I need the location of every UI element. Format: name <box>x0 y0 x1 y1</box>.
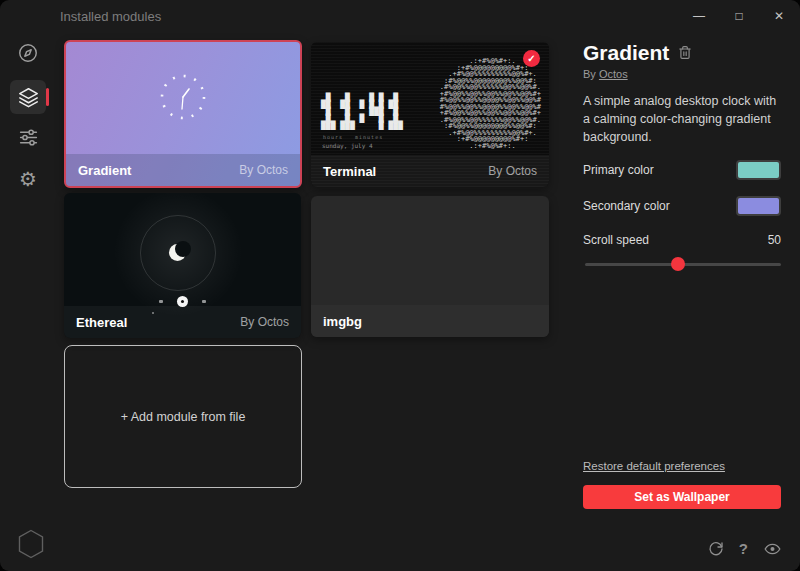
details-panel: Gradient By Octos A simple analog deskto… <box>583 40 781 271</box>
details-title: Gradient <box>583 40 669 65</box>
card-label-bar: Terminal By Octos <box>311 155 549 187</box>
add-module-button[interactable]: + Add module from file <box>64 345 302 488</box>
set-wallpaper-button[interactable]: Set as Wallpaper <box>583 485 781 509</box>
sliders-icon <box>18 127 39 148</box>
ascii-globe-art: .:+#%@%#+:. :+#%@@@@@@@@@%#+: .+#%@@%%%%… <box>436 58 541 149</box>
scroll-speed-value: 50 <box>768 233 781 247</box>
card-title: Ethereal <box>76 315 127 330</box>
card-label-bar: Gradient By Octos <box>66 154 300 186</box>
app-window: Installed modules — □ ✕ ⚙ <box>0 0 800 571</box>
card-title: Gradient <box>78 163 131 178</box>
prev-dot-icon <box>159 300 163 303</box>
eye-icon[interactable] <box>763 541 782 557</box>
footer-toolbar: ? <box>708 540 782 558</box>
scroll-speed-label: Scroll speed <box>583 233 649 247</box>
module-description: A simple analog desktop clock with a cal… <box>583 93 781 146</box>
page-title: Installed modules <box>60 9 161 24</box>
ascii-clock-caption: hours minutes <box>323 134 383 140</box>
byline-prefix: By <box>583 68 599 80</box>
byline: By Octos <box>583 68 781 80</box>
primary-color-label: Primary color <box>583 163 654 177</box>
sidebar-item-discover[interactable] <box>10 36 46 70</box>
secondary-color-label: Secondary color <box>583 199 670 213</box>
analog-clock-icon <box>157 71 209 123</box>
ascii-clock: █ █ █ █ █ ██ ██ █ █ █ ██ █ █ ███ █ █ █ █… <box>321 94 403 129</box>
card-title: imgbg <box>323 314 362 329</box>
scroll-speed-slider[interactable] <box>583 257 781 271</box>
module-card-gradient[interactable]: Gradient By Octos <box>64 40 302 188</box>
layers-icon <box>18 87 39 108</box>
trash-icon[interactable] <box>678 45 692 60</box>
ascii-clock-date: sunday, july 4 <box>322 142 373 149</box>
card-label-bar: imgbg <box>311 305 549 337</box>
close-button[interactable]: ✕ <box>772 9 786 23</box>
restore-defaults-link[interactable]: Restore default preferences <box>583 460 725 472</box>
card-author: By Octos <box>240 315 289 329</box>
card-author: By Octos <box>239 163 288 177</box>
author-link[interactable]: Octos <box>599 68 628 80</box>
add-module-label: + Add module from file <box>121 410 246 424</box>
next-dot-icon <box>202 300 206 303</box>
secondary-color-row: Secondary color <box>583 194 781 218</box>
sidebar-item-module-controls[interactable] <box>10 120 46 154</box>
module-card-terminal[interactable]: ✓ █ █ █ █ █ ██ ██ █ █ █ ██ █ █ ███ █ █ █… <box>311 42 549 187</box>
secondary-color-swatch[interactable] <box>736 196 781 216</box>
crescent-moon-icon <box>169 244 186 261</box>
scroll-speed-row: Scroll speed 50 <box>583 232 781 248</box>
details-actions: Restore default preferences Set as Wallp… <box>583 456 781 509</box>
card-title: Terminal <box>323 164 376 179</box>
slider-thumb[interactable] <box>671 257 685 271</box>
maximize-button[interactable]: □ <box>732 9 746 23</box>
sidebar-item-settings[interactable]: ⚙ <box>10 162 46 196</box>
app-logo-hexagon-icon <box>16 528 46 560</box>
title-bar: Installed modules — □ ✕ <box>0 0 800 32</box>
minimize-button[interactable]: — <box>692 9 706 23</box>
refresh-icon[interactable] <box>708 541 724 557</box>
module-card-ethereal[interactable]: Ethereal By Octos <box>64 193 301 338</box>
sidebar: ⚙ <box>0 32 56 571</box>
active-wallpaper-check-icon: ✓ <box>523 50 540 67</box>
compass-icon <box>17 42 39 64</box>
help-icon[interactable]: ? <box>739 540 748 558</box>
sidebar-item-installed-modules[interactable] <box>10 80 46 114</box>
card-label-bar: Ethereal By Octos <box>64 306 301 338</box>
gear-icon: ⚙ <box>19 169 37 189</box>
primary-color-swatch[interactable] <box>736 160 781 180</box>
module-card-imgbg[interactable]: imgbg <box>311 196 549 337</box>
card-author: By Octos <box>488 164 537 178</box>
primary-color-row: Primary color <box>583 158 781 182</box>
